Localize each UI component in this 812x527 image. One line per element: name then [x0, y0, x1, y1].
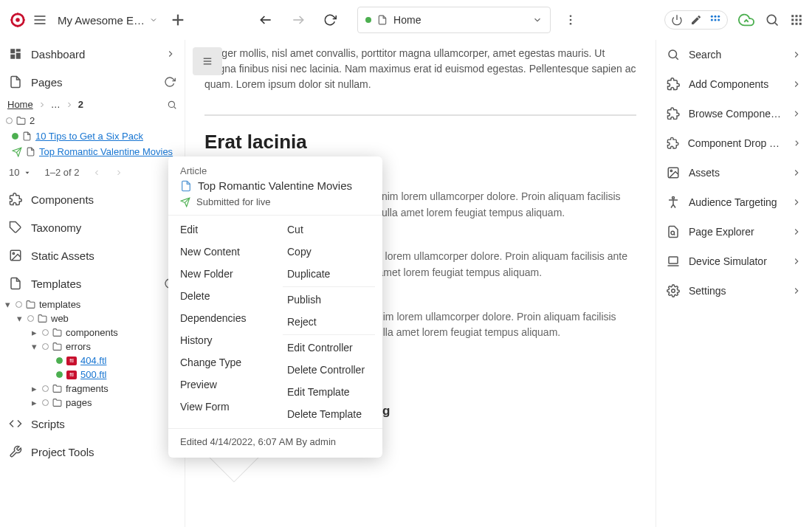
tpl-tree-item[interactable]: ▾errors	[0, 340, 185, 354]
ctx-copy[interactable]: Copy	[275, 241, 382, 263]
tree-item-label[interactable]: Top Romantic Valentine Movies	[39, 146, 173, 157]
svg-rect-23	[799, 15, 802, 17]
expand-icon[interactable]: ▸	[30, 327, 38, 338]
ctx-publish[interactable]: Publish	[275, 289, 382, 311]
svg-rect-26	[799, 19, 802, 21]
tpl-tree-item[interactable]: ▸components	[0, 326, 185, 340]
svg-point-43	[669, 50, 677, 58]
divider	[283, 334, 375, 335]
back-button[interactable]	[258, 13, 273, 27]
ctx-history[interactable]: History	[168, 329, 275, 351]
breadcrumb-ellipsis[interactable]: …	[51, 99, 61, 110]
search-icon[interactable]	[167, 100, 177, 110]
panel-settings[interactable]: Settings	[656, 276, 812, 306]
ftl-icon: ftl	[66, 371, 77, 379]
svg-point-18	[718, 18, 720, 21]
tpl-tree-item[interactable]: ▸fragments	[0, 382, 185, 396]
chevron-left-icon[interactable]	[92, 168, 101, 177]
panel-device-simulator[interactable]: Device Simulator	[656, 247, 812, 276]
page-icon	[9, 75, 22, 89]
sidebar-item-static-assets[interactable]: Static Assets	[0, 241, 185, 269]
ctx-reject[interactable]: Reject	[275, 311, 382, 333]
folder-icon	[52, 328, 62, 337]
status-circle-icon	[12, 133, 18, 140]
search-icon[interactable]	[765, 13, 780, 27]
sidebar-item-dashboard[interactable]: Dashboard	[0, 40, 185, 68]
tpl-tree-item[interactable]: ▸pages	[0, 396, 185, 410]
expand-icon[interactable]: ▸	[30, 397, 38, 408]
sidebar-item-label: Static Assets	[31, 249, 94, 262]
status-circle-icon	[6, 117, 13, 124]
chevron-right-icon	[38, 100, 47, 109]
tpl-tree-file[interactable]: ftl500.ftl	[0, 368, 185, 382]
sidebar-item-pages[interactable]: Pages	[0, 68, 185, 96]
context-footer: Edited 4/14/2022, 6:07 AM By admin	[168, 428, 382, 458]
svg-point-14	[714, 16, 716, 18]
pager-range: 1–2 of 2	[44, 167, 79, 178]
svg-point-17	[714, 18, 716, 21]
tree-item-page[interactable]: 10 Tips to Get a Six Pack	[0, 128, 185, 144]
panel-drop-targets[interactable]: Component Drop Ta…	[656, 128, 812, 158]
forward-button[interactable]	[291, 13, 306, 27]
ctx-delete[interactable]: Delete	[168, 285, 275, 307]
panel-search[interactable]: Search	[656, 40, 812, 69]
refresh-icon[interactable]	[164, 76, 176, 88]
reload-button[interactable]	[323, 13, 337, 27]
project-selector[interactable]: My Awesome E…	[58, 14, 158, 27]
ctx-view-form[interactable]: View Form	[168, 396, 275, 418]
collapse-icon[interactable]: ▾	[30, 341, 38, 352]
edit-pencil-icon[interactable]	[690, 14, 702, 26]
ctx-change-type[interactable]: Change Type	[168, 351, 275, 373]
tpl-tree-item[interactable]: ▾templates	[0, 297, 185, 311]
panel-add-components[interactable]: Add Components	[656, 69, 812, 99]
panel-page-explorer[interactable]: Page Explorer	[656, 217, 812, 247]
ftl-icon: ftl	[66, 356, 77, 365]
ctx-dependencies[interactable]: Dependencies	[168, 307, 275, 329]
breadcrumb-home[interactable]: Home	[7, 99, 33, 110]
svg-point-47	[672, 197, 675, 199]
ctx-delete-template[interactable]: Delete Template	[275, 403, 382, 425]
address-bar[interactable]: Home	[357, 7, 551, 33]
ctx-edit-template[interactable]: Edit Template	[275, 381, 382, 403]
sidebar-item-project-tools[interactable]: Project Tools	[0, 438, 185, 466]
panel-assets[interactable]: Assets	[656, 158, 812, 187]
sidebar-item-components[interactable]: Components	[0, 185, 185, 213]
ctx-new-content[interactable]: New Content	[168, 241, 275, 263]
sidebar-item-scripts[interactable]: Scripts	[0, 410, 185, 438]
folder-icon	[52, 384, 62, 393]
sidebar-item-templates[interactable]: Templates	[0, 269, 185, 297]
expand-icon[interactable]: ▸	[30, 383, 38, 394]
panel-audience-targeting[interactable]: Audience Targeting	[656, 187, 812, 217]
tpl-tree-file[interactable]: ftl404.ftl	[0, 354, 185, 368]
ctx-preview[interactable]: Preview	[168, 373, 275, 396]
ctx-edit-controller[interactable]: Edit Controller	[275, 337, 382, 359]
tpl-tree-item[interactable]: ▾web	[0, 311, 185, 326]
publish-status-icon[interactable]	[738, 12, 754, 28]
mode-switcher	[664, 10, 728, 30]
sidebar-item-taxonomy[interactable]: Taxonomy	[0, 213, 185, 241]
move-mode-icon[interactable]	[709, 14, 721, 26]
panel-browse-components[interactable]: Browse Components	[656, 99, 812, 128]
page-title: Erat lacinia	[204, 131, 636, 154]
tree-item-label[interactable]: 10 Tips to Get a Six Pack	[35, 131, 143, 142]
new-content-button[interactable]	[170, 12, 186, 28]
collapse-icon[interactable]: ▾	[3, 299, 12, 310]
ctx-new-folder[interactable]: New Folder	[168, 263, 275, 285]
collapse-icon[interactable]: ▾	[15, 313, 24, 324]
ctx-cut[interactable]: Cut	[275, 218, 382, 241]
chevron-right-icon[interactable]	[114, 168, 123, 177]
page-size-selector[interactable]: 10	[9, 167, 31, 178]
address-label: Home	[393, 14, 526, 26]
tree-item-page[interactable]: Top Romantic Valentine Movies	[0, 144, 185, 159]
drag-handle-icon[interactable]	[193, 47, 222, 75]
tree-item-folder[interactable]: 2	[0, 113, 185, 128]
more-options-icon[interactable]	[564, 13, 577, 27]
ctx-edit[interactable]: Edit	[168, 218, 275, 241]
power-icon[interactable]	[671, 14, 683, 26]
main-menu-icon[interactable]	[32, 13, 47, 27]
svg-line-35	[174, 106, 176, 108]
apps-grid-icon[interactable]	[790, 13, 803, 27]
ctx-delete-controller[interactable]: Delete Controller	[275, 359, 382, 381]
svg-rect-22	[796, 15, 798, 17]
ctx-duplicate[interactable]: Duplicate	[275, 263, 382, 285]
